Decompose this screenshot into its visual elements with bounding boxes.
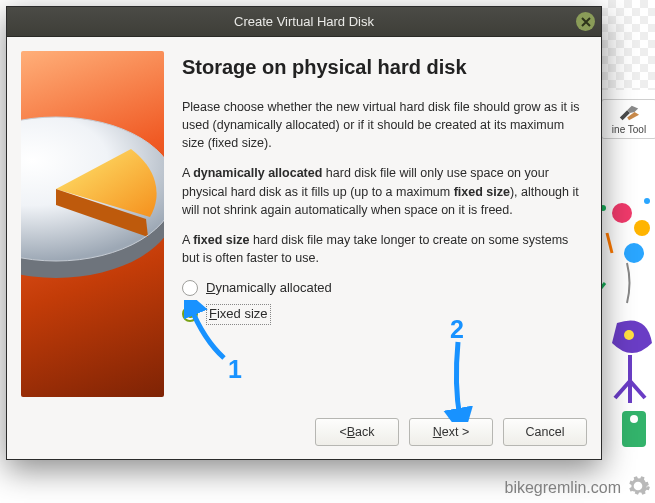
radio-dynamically-allocated[interactable]: Dynamically allocated [182,279,585,298]
dialog-title: Create Virtual Hard Disk [234,14,374,29]
paragraph-fixed: A fixed size hard disk file may take lon… [182,231,585,267]
next-button[interactable]: Next > [409,418,493,446]
back-button[interactable]: < Back [315,418,399,446]
radio-label: Dynamically allocated [206,279,332,298]
svg-point-3 [624,330,634,340]
cancel-button[interactable]: Cancel [503,418,587,446]
radio-icon-checked [182,306,198,322]
dialog-body: Storage on physical hard disk Please cho… [7,37,601,409]
close-icon [581,17,591,27]
radio-label: Fixed size [206,304,271,325]
paragraph-dynamic: A dynamically allocated hard disk file w… [182,164,585,218]
gear-icon [625,473,651,499]
toolbar-button-ine-tool[interactable]: ine Tool [601,99,655,139]
svg-point-1 [634,220,650,236]
annotation-number-2: 2 [450,315,464,344]
background-checker [600,0,655,90]
radio-fixed-size[interactable]: Fixed size [182,304,585,325]
hammer-icon [618,104,640,122]
toolbar-button-label: ine Tool [612,124,646,135]
confetti-sidebar-art [597,193,655,463]
svg-point-5 [630,415,638,423]
dialog-titlebar[interactable]: Create Virtual Hard Disk [7,7,601,37]
svg-point-0 [612,203,632,223]
radio-icon-unchecked [182,280,198,296]
dialog-content: Storage on physical hard disk Please cho… [182,51,585,397]
watermark-text: bikegremlin.com [505,479,621,497]
dialog-footer: < Back Next > Cancel [7,409,601,459]
annotation-number-1: 1 [228,355,242,384]
disk-icon [21,71,164,331]
page-heading: Storage on physical hard disk [182,53,585,82]
create-vhd-dialog: Create Virtual Hard Disk [6,6,602,460]
close-button[interactable] [576,12,595,31]
intro-paragraph: Please choose whether the new virtual ha… [182,98,585,152]
svg-point-7 [644,198,650,204]
svg-point-2 [624,243,644,263]
hero-image [21,51,164,397]
